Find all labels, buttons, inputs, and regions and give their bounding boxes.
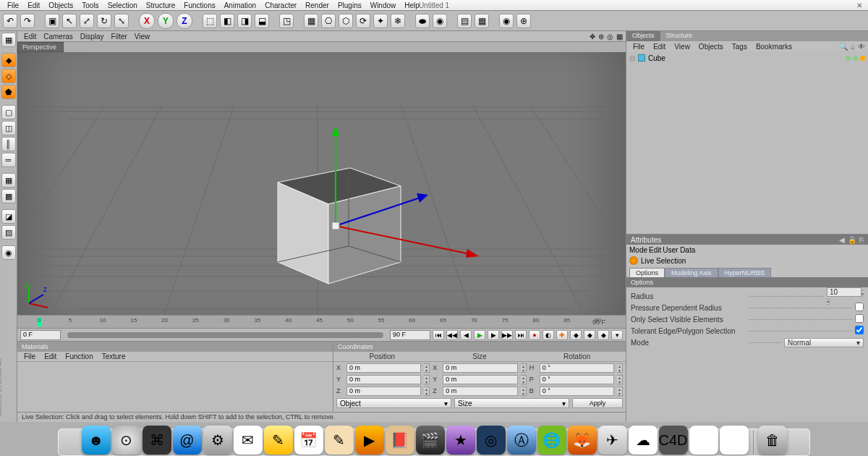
dock-app-18[interactable]: ☁ bbox=[629, 426, 658, 455]
toolbar-btn-28[interactable]: ◉ bbox=[433, 14, 447, 28]
toolbar-btn-14[interactable]: ◧ bbox=[220, 14, 234, 28]
autokey-button[interactable]: ◐ bbox=[542, 330, 554, 340]
obj-menu-tags[interactable]: Tags bbox=[728, 42, 751, 51]
record-button[interactable]: ● bbox=[529, 330, 540, 340]
dock-app-13[interactable]: ◎ bbox=[477, 426, 506, 455]
rot-p-field[interactable]: 0 ° bbox=[540, 375, 614, 384]
back-icon[interactable]: ◀ bbox=[839, 236, 845, 244]
left-tool-7[interactable]: ◫ bbox=[1, 121, 16, 135]
menu-character[interactable]: Character bbox=[260, 1, 301, 10]
toolbar-btn-4[interactable]: ↖ bbox=[62, 14, 77, 28]
key-p-button[interactable]: ◆ bbox=[570, 330, 582, 340]
size-y-field[interactable]: 0 m bbox=[443, 375, 517, 384]
dock-app-23[interactable]: 🗑 bbox=[758, 426, 787, 455]
left-tool-8[interactable]: ║ bbox=[1, 137, 16, 151]
home-icon[interactable]: ⌂ bbox=[851, 43, 855, 51]
toolbar-btn-3[interactable]: ▣ bbox=[45, 14, 59, 28]
dock-app-4[interactable]: ⚙ bbox=[203, 426, 232, 455]
pos-x-field[interactable]: 0 m bbox=[346, 363, 421, 373]
menu-tools[interactable]: Tools bbox=[77, 1, 103, 10]
obj-menu-file[interactable]: File bbox=[629, 42, 648, 51]
toolbar-btn-31[interactable]: ▦ bbox=[475, 14, 489, 28]
vp-menu-view[interactable]: View bbox=[131, 32, 154, 41]
radius-field[interactable]: 10 bbox=[827, 287, 861, 297]
phong-tag-icon[interactable] bbox=[860, 56, 865, 61]
tab-structure[interactable]: Structure bbox=[660, 31, 699, 41]
frame-start-field[interactable]: 0 F bbox=[20, 330, 61, 340]
dock-app-17[interactable]: ✈ bbox=[598, 426, 627, 455]
left-tool-14[interactable]: ◪ bbox=[1, 209, 16, 224]
left-tool-2[interactable]: ◆ bbox=[1, 53, 16, 67]
toolbar-btn-24[interactable]: ✦ bbox=[373, 14, 388, 28]
dock-app-7[interactable]: 📅 bbox=[294, 426, 323, 455]
toolbar-btn-21[interactable]: ⎔ bbox=[321, 14, 336, 28]
attr-tab-hypernurbs[interactable]: HyperNURBS bbox=[718, 268, 772, 277]
object-tree[interactable]: ⊟ Cube bbox=[626, 51, 868, 234]
menu-objects[interactable]: Objects bbox=[44, 1, 77, 10]
dock-app-21[interactable] bbox=[720, 426, 749, 455]
obj-menu-view[interactable]: View bbox=[671, 42, 694, 51]
toolbar-btn-11[interactable]: Z bbox=[176, 13, 192, 29]
dock-app-5[interactable]: ✉ bbox=[234, 426, 263, 455]
menu-selection[interactable]: Selection bbox=[103, 1, 142, 10]
key-r-button[interactable]: ◆ bbox=[597, 330, 609, 340]
step-back-button[interactable]: ◀ bbox=[460, 330, 472, 340]
prev-key-button[interactable]: ◀◀ bbox=[446, 330, 458, 340]
pos-z-field[interactable]: 0 m bbox=[346, 387, 421, 396]
dock-app-6[interactable]: ✎ bbox=[264, 426, 293, 455]
toolbar-btn-6[interactable]: ↻ bbox=[97, 14, 111, 28]
vp-nav-icon[interactable]: ▦ bbox=[616, 33, 623, 41]
menu-edit[interactable]: Edit bbox=[23, 1, 44, 10]
render-tag-icon[interactable] bbox=[853, 56, 858, 61]
toolbar-btn-30[interactable]: ▤ bbox=[457, 14, 472, 28]
next-key-button[interactable]: ▶▶ bbox=[501, 330, 513, 340]
attr-menu-edit[interactable]: Edit bbox=[649, 246, 661, 254]
timeline-ruler[interactable]: 051015202530354045505560657075808590 90 … bbox=[17, 315, 626, 328]
goto-start-button[interactable]: ⏮ bbox=[433, 330, 444, 340]
toolbar-btn-20[interactable]: ▦ bbox=[304, 14, 318, 28]
dock-app-0[interactable]: ☻ bbox=[82, 426, 111, 455]
toolbar-btn-25[interactable]: ❄ bbox=[391, 14, 405, 28]
pos-y-field[interactable]: 0 m bbox=[346, 375, 421, 384]
checkbox[interactable] bbox=[855, 326, 864, 334]
left-tool-15[interactable]: ▨ bbox=[1, 225, 16, 240]
vp-menu-filter[interactable]: Filter bbox=[108, 32, 131, 41]
toolbar-btn-9[interactable]: X bbox=[139, 13, 155, 29]
obj-menu-bookmarks[interactable]: Bookmarks bbox=[752, 42, 796, 51]
menu-render[interactable]: Render bbox=[301, 1, 333, 10]
left-tool-3[interactable]: ◇ bbox=[1, 69, 16, 83]
dock-app-3[interactable]: @ bbox=[173, 426, 202, 455]
left-tool-9[interactable]: ═ bbox=[1, 153, 16, 167]
key-s-button[interactable]: ◆ bbox=[584, 330, 595, 340]
menu-functions[interactable]: Functions bbox=[179, 1, 219, 10]
menu-structure[interactable]: Structure bbox=[142, 1, 180, 10]
toolbar-btn-13[interactable]: ⬚ bbox=[203, 14, 217, 28]
tree-item-cube[interactable]: ⊟ Cube bbox=[629, 53, 865, 63]
dock-app-15[interactable]: 🌐 bbox=[537, 426, 566, 455]
dock-app-12[interactable]: ★ bbox=[446, 426, 475, 455]
toolbar-btn-1[interactable]: ↷ bbox=[20, 14, 35, 28]
axis-gizmo[interactable] bbox=[292, 124, 524, 284]
obj-menu-edit[interactable]: Edit bbox=[650, 42, 669, 51]
dock-app-19[interactable]: C4D bbox=[659, 426, 688, 455]
play-button[interactable]: ▶ bbox=[474, 330, 485, 340]
size-z-field[interactable]: 0 m bbox=[443, 387, 517, 396]
attr-menu-user-data[interactable]: User Data bbox=[663, 246, 695, 254]
eye-icon[interactable]: 👁 bbox=[858, 43, 865, 51]
left-tool-17[interactable]: ◉ bbox=[1, 245, 16, 260]
attr-tab-options[interactable]: Options bbox=[629, 268, 665, 277]
left-tool-6[interactable]: ▢ bbox=[1, 105, 16, 119]
checkbox[interactable] bbox=[855, 303, 864, 311]
lock-icon[interactable]: 🔒 bbox=[848, 236, 856, 244]
toolbar-btn-27[interactable]: ⬬ bbox=[415, 14, 430, 28]
toolbar-btn-23[interactable]: ⟳ bbox=[356, 14, 370, 28]
vp-menu-edit[interactable]: Edit bbox=[20, 32, 40, 41]
frame-end-field[interactable]: 90 F bbox=[390, 330, 430, 340]
dock-app-10[interactable]: 📕 bbox=[386, 426, 414, 455]
menu-file[interactable]: File bbox=[3, 1, 23, 10]
toolbar-btn-33[interactable]: ◉ bbox=[499, 14, 514, 28]
close-icon[interactable]: ✕ bbox=[854, 1, 865, 9]
visibility-tag-icon[interactable] bbox=[846, 56, 851, 61]
pin-icon[interactable]: ⎘ bbox=[859, 236, 864, 244]
tab-objects[interactable]: Objects bbox=[626, 31, 660, 41]
